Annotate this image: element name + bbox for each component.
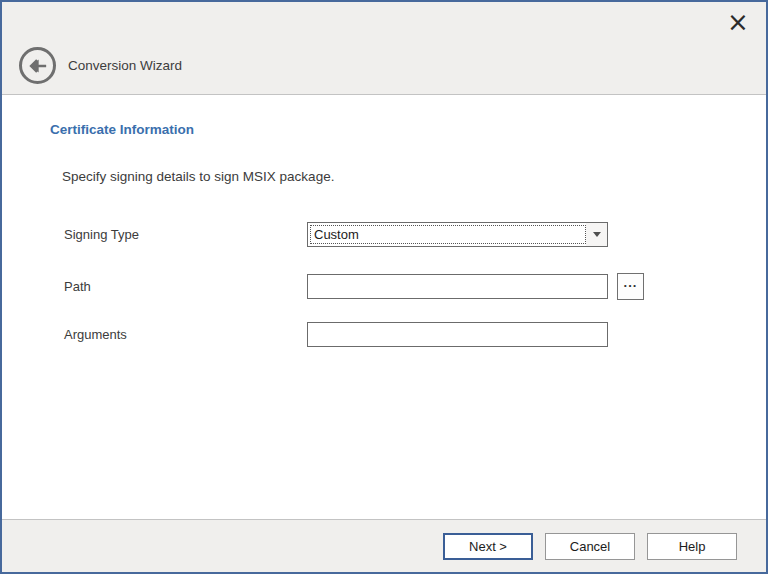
signing-type-row: Signing Type Custom — [2, 221, 766, 248]
page-description: Specify signing details to sign MSIX pac… — [62, 169, 766, 184]
signing-type-label: Signing Type — [64, 227, 307, 242]
path-row: Path ... — [2, 273, 766, 300]
path-label: Path — [64, 279, 307, 294]
signing-type-dropdown[interactable]: Custom — [307, 222, 608, 247]
path-input[interactable] — [307, 274, 608, 299]
wizard-footer: Next > Cancel Help — [2, 519, 766, 572]
browse-button[interactable]: ... — [617, 273, 644, 300]
page-title: Certificate Information — [50, 122, 766, 137]
arguments-label: Arguments — [64, 327, 307, 342]
arguments-input[interactable] — [307, 322, 608, 347]
dropdown-arrow-button[interactable] — [586, 223, 607, 246]
close-icon[interactable]: × — [722, 6, 754, 38]
chevron-down-icon — [593, 232, 601, 237]
wizard-header: × Conversion Wizard — [2, 2, 766, 95]
signing-type-selected-value: Custom — [310, 225, 586, 244]
back-button[interactable] — [19, 47, 56, 84]
help-button[interactable]: Help — [647, 533, 737, 560]
wizard-title: Conversion Wizard — [68, 58, 182, 73]
back-arrow-icon — [27, 57, 49, 75]
wizard-nav-row: Conversion Wizard — [19, 47, 182, 84]
conversion-wizard-window: × Conversion Wizard Certificate Informat… — [0, 0, 768, 574]
next-button[interactable]: Next > — [443, 533, 533, 560]
arguments-row: Arguments — [2, 321, 766, 348]
wizard-page-content: Certificate Information Specify signing … — [2, 95, 766, 519]
cancel-button[interactable]: Cancel — [545, 533, 635, 560]
